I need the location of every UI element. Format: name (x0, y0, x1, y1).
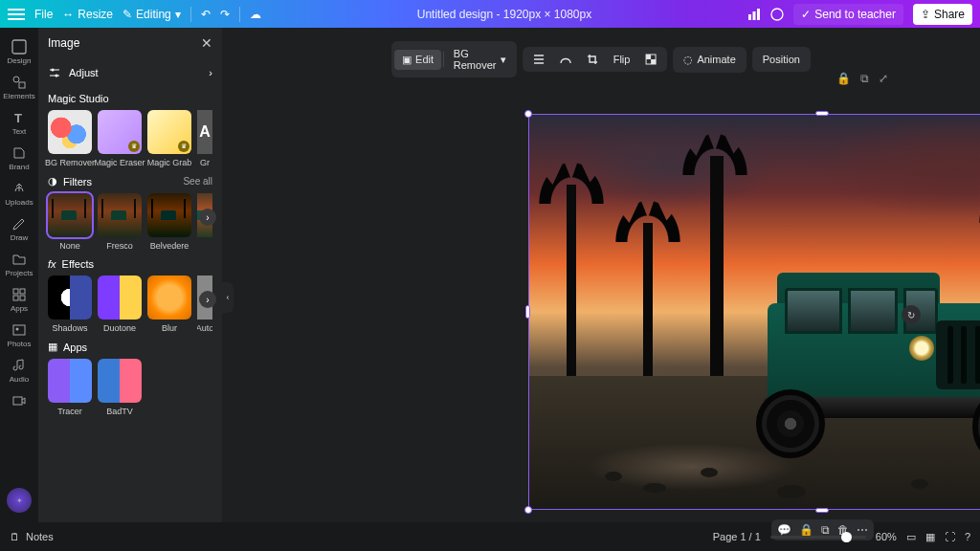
filter-belvedere[interactable]: Belvedere (147, 193, 191, 251)
more-icon[interactable]: ⋯ (857, 523, 868, 537)
edit-button[interactable]: ▣Edit (394, 50, 441, 70)
rail-label: Draw (11, 233, 29, 242)
effects-section: fxEffects Shadows Duotone Blur Auto › (38, 253, 222, 335)
resize-handle-s[interactable] (815, 508, 829, 513)
comment-icon[interactable] (770, 8, 784, 21)
pencil-icon: ✎ (122, 8, 132, 21)
svg-rect-9 (20, 289, 25, 294)
transparency-button[interactable] (637, 50, 664, 69)
collapse-panel-button[interactable]: ‹ (222, 282, 234, 313)
animate-label: Animate (697, 54, 735, 65)
resize-handle-nw[interactable] (524, 110, 532, 118)
close-icon[interactable]: ✕ (201, 35, 212, 51)
zoom-slider-thumb[interactable] (841, 532, 852, 542)
filter-none[interactable]: None (48, 193, 92, 251)
rail-elements[interactable]: Elements (0, 71, 38, 104)
lock-icon[interactable]: 🔒 (799, 523, 813, 537)
crown-icon: ♛ (178, 141, 189, 152)
adjust-row[interactable]: Adjust › (38, 58, 222, 87)
rail-uploads[interactable]: Uploads (0, 177, 38, 210)
svg-rect-19 (651, 59, 656, 64)
notes-icon: 🗒 (10, 531, 20, 542)
app-badtv[interactable]: BadTV (98, 359, 142, 416)
cloud-sync-icon[interactable]: ☁ (250, 8, 261, 21)
effect-blur[interactable]: Blur (147, 276, 191, 333)
animate-icon: ◌ (683, 54, 693, 66)
rail-draw[interactable]: Draw (0, 212, 38, 246)
file-menu[interactable]: File (34, 8, 53, 21)
svg-point-16 (56, 75, 58, 77)
tile-label: Belvedere (150, 241, 189, 251)
comment-icon[interactable]: 💬 (777, 523, 791, 537)
tile-magic-grab[interactable]: ♛Magic Grab (147, 110, 191, 167)
resize-handle-n[interactable] (815, 111, 829, 116)
rail-text[interactable]: TText (0, 106, 38, 140)
rail-brand[interactable]: Brand (0, 142, 38, 175)
svg-rect-12 (13, 325, 25, 335)
crop-button[interactable] (579, 50, 606, 69)
rail-photos[interactable]: Photos (0, 319, 38, 352)
send-to-teacher-button[interactable]: ✓ Send to teacher (793, 4, 903, 25)
apps-icon: ▦ (48, 341, 57, 353)
align-button[interactable] (525, 50, 552, 69)
svg-point-5 (13, 77, 19, 82)
editing-menu[interactable]: ✎ Editing ▾ (122, 8, 181, 21)
divider (190, 7, 191, 22)
insights-icon[interactable] (747, 8, 761, 21)
filter-fresco[interactable]: Fresco (98, 193, 142, 251)
rail-design[interactable]: Design (0, 35, 38, 69)
menu-icon[interactable] (8, 9, 25, 20)
page-add-button[interactable]: ↻ (902, 305, 921, 324)
divider (443, 52, 444, 67)
effects-icon: fx (48, 258, 56, 270)
crown-icon: ♛ (128, 141, 140, 152)
effect-shadows[interactable]: Shadows (48, 276, 92, 333)
svg-rect-11 (20, 296, 25, 300)
undo-button[interactable]: ↶ (201, 8, 211, 21)
tile-magic-eraser[interactable]: ♛Magic Eraser (98, 110, 142, 167)
document-title[interactable]: Untitled design - 1920px × 1080px (271, 8, 739, 21)
rail-projects[interactable]: Projects (0, 248, 38, 281)
scroll-right-icon[interactable]: › (199, 209, 216, 226)
curve-button[interactable] (552, 50, 579, 69)
tile-label: Tracer (57, 407, 82, 416)
rail-apps[interactable]: Apps (0, 283, 38, 317)
position-button[interactable]: Position (755, 50, 808, 69)
rail-label: Elements (3, 92, 34, 100)
chevron-down-icon: ▾ (501, 54, 506, 66)
lock-icon[interactable]: 🔒 (836, 72, 851, 85)
rail-label: Photos (8, 340, 32, 348)
section-title: Effects (62, 258, 94, 270)
resize-menu[interactable]: ↔ Resize (62, 8, 113, 21)
bg-remover-button[interactable]: BG Remover▾ (446, 44, 514, 75)
rail-videos[interactable] (0, 389, 38, 412)
magic-button[interactable]: ✦ (7, 488, 32, 513)
scroll-right-icon[interactable]: › (199, 291, 216, 308)
editing-label: Editing (136, 8, 171, 21)
bgremover-label: BG Remover (454, 48, 497, 71)
share-button[interactable]: ⇪ Share (913, 4, 972, 25)
animate-button[interactable]: ◌Animate (676, 50, 743, 70)
notes-button[interactable]: 🗒Notes (10, 531, 54, 542)
rail-audio[interactable]: Audio (0, 354, 38, 387)
section-title: Magic Studio (48, 93, 109, 104)
effect-duotone[interactable]: Duotone (98, 276, 142, 333)
resize-handle-sw[interactable] (524, 506, 532, 514)
layers-icon[interactable]: ⧉ (860, 72, 869, 85)
tile-label: BG Remover (45, 158, 95, 167)
tile-bg-remover[interactable]: BG Remover (48, 110, 92, 167)
see-all-link[interactable]: See all (183, 176, 212, 187)
duplicate-icon[interactable]: ⧉ (821, 523, 830, 537)
resize-handle-w[interactable] (525, 305, 530, 319)
adjust-label: Adjust (69, 67, 99, 78)
filters-icon: ◑ (48, 175, 57, 187)
redo-button[interactable]: ↷ (220, 8, 230, 21)
svg-rect-10 (13, 296, 18, 300)
tile-more[interactable]: AGr (197, 110, 212, 167)
flip-button[interactable]: Flip (606, 50, 638, 69)
share-label: Share (934, 8, 965, 21)
app-tracer[interactable]: Tracer (48, 359, 92, 416)
expand-icon[interactable]: ⤢ (879, 72, 888, 85)
topbar-left: File ↔ Resize ✎ Editing ▾ ↶ ↷ ☁ (8, 7, 261, 22)
zoom-slider[interactable] (770, 536, 866, 539)
